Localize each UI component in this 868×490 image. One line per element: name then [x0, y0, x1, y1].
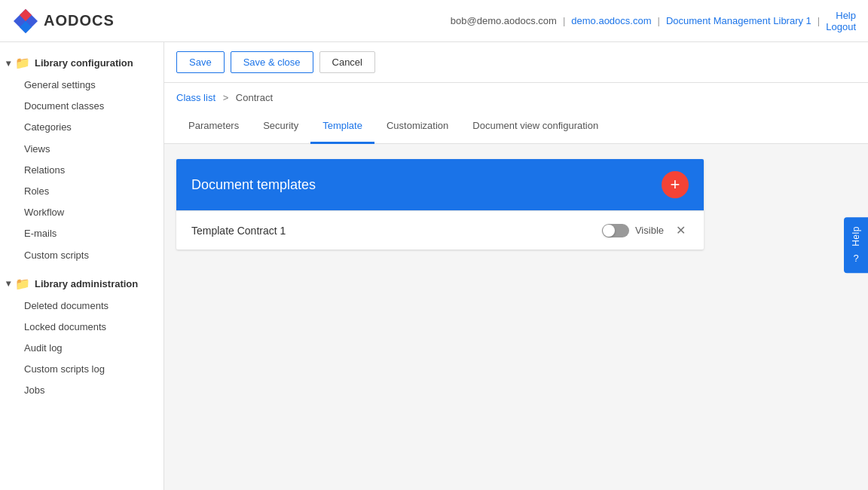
toolbar: Save Save & close Cancel — [164, 42, 868, 83]
toggle-knob — [603, 225, 615, 237]
sidebar-section-header-admin[interactable]: ▾ 📁 Library administration — [0, 272, 164, 296]
logo: AODOCS — [12, 8, 115, 35]
tabs-bar: Parameters Security Template Customizati… — [164, 109, 868, 144]
breadcrumb-class-list-link[interactable]: Class list — [176, 92, 215, 103]
app-layout: ▾ 📁 Library configuration General settin… — [0, 42, 868, 490]
header: AODOCS bob@demo.aodocs.com | demo.aodocs… — [0, 0, 868, 42]
tab-template[interactable]: Template — [310, 109, 374, 144]
templates-card-title: Document templates — [191, 177, 316, 193]
help-link[interactable]: Help — [836, 10, 856, 21]
sidebar: ▾ 📁 Library configuration General settin… — [0, 42, 164, 490]
help-sidebar-icon: ? — [853, 253, 858, 264]
template-name: Template Contract 1 — [191, 225, 286, 237]
library-config-label: Library configuration — [35, 57, 133, 69]
sidebar-item-workflow[interactable]: Workflow — [0, 202, 164, 223]
library-name-link[interactable]: Document Management Library 1 — [666, 15, 811, 26]
templates-card: Document templates + Template Contract 1… — [176, 159, 704, 250]
sidebar-item-roles[interactable]: Roles — [0, 181, 164, 202]
separator-2: | — [658, 15, 660, 26]
templates-card-header: Document templates + — [176, 159, 704, 210]
visible-label: Visible — [635, 225, 664, 236]
tab-customization[interactable]: Customization — [374, 109, 460, 144]
sidebar-item-emails[interactable]: E-mails — [0, 223, 164, 244]
logo-text: AODOCS — [44, 12, 115, 29]
chevron-down-icon: ▾ — [6, 58, 11, 69]
sidebar-section-config: ▾ 📁 Library configuration General settin… — [0, 48, 164, 269]
help-sidebar-label: Help — [851, 226, 861, 247]
folder-icon-admin: 📁 — [15, 277, 30, 291]
sidebar-item-custom-scripts-log[interactable]: Custom scripts log — [0, 359, 164, 380]
tab-parameters[interactable]: Parameters — [176, 109, 251, 144]
user-email: bob@demo.aodocs.com — [451, 15, 557, 26]
sidebar-item-jobs[interactable]: Jobs — [0, 380, 164, 401]
visible-toggle[interactable] — [602, 224, 629, 237]
sidebar-item-categories[interactable]: Categories — [0, 117, 164, 138]
sidebar-section-header-config[interactable]: ▾ 📁 Library configuration — [0, 51, 164, 75]
sidebar-section-admin: ▾ 📁 Library administration Deleted docum… — [0, 269, 164, 405]
sidebar-item-views[interactable]: Views — [0, 139, 164, 160]
separator-1: | — [563, 15, 565, 26]
separator-3: | — [818, 15, 820, 26]
main-content: Save Save & close Cancel Class list > Co… — [164, 42, 868, 490]
header-help-logout: Help Logout — [826, 10, 856, 32]
toggle-container: Visible — [602, 224, 664, 237]
save-button[interactable]: Save — [176, 51, 225, 73]
folder-icon-config: 📁 — [15, 56, 30, 70]
template-row-right: Visible ✕ — [602, 222, 689, 239]
help-sidebar[interactable]: Help ? — [844, 217, 868, 273]
sidebar-item-audit-log[interactable]: Audit log — [0, 338, 164, 359]
tab-document-view-configuration[interactable]: Document view configuration — [460, 109, 610, 144]
content-area: Document templates + Template Contract 1… — [164, 144, 868, 265]
header-right: bob@demo.aodocs.com | demo.aodocs.com | … — [451, 10, 856, 32]
library-admin-label: Library administration — [35, 278, 138, 289]
chevron-down-icon-admin: ▾ — [6, 278, 11, 289]
logo-icon — [12, 8, 39, 35]
sidebar-item-locked-documents[interactable]: Locked documents — [0, 317, 164, 338]
sidebar-item-custom-scripts[interactable]: Custom scripts — [0, 245, 164, 266]
sidebar-item-deleted-documents[interactable]: Deleted documents — [0, 296, 164, 317]
add-template-button[interactable]: + — [662, 171, 689, 198]
sidebar-item-relations[interactable]: Relations — [0, 160, 164, 181]
cancel-button[interactable]: Cancel — [319, 51, 375, 73]
breadcrumb: Class list > Contract — [164, 83, 868, 109]
breadcrumb-separator: > — [223, 92, 229, 103]
logout-link[interactable]: Logout — [826, 21, 856, 32]
sidebar-item-document-classes[interactable]: Document classes — [0, 96, 164, 117]
library-link[interactable]: demo.aodocs.com — [571, 15, 651, 26]
template-row: Template Contract 1 Visible ✕ — [176, 210, 704, 250]
remove-template-button[interactable]: ✕ — [673, 222, 689, 239]
breadcrumb-current: Contract — [236, 92, 273, 103]
tab-security[interactable]: Security — [251, 109, 310, 144]
sidebar-item-general-settings[interactable]: General settings — [0, 75, 164, 96]
save-close-button[interactable]: Save & close — [231, 51, 313, 73]
